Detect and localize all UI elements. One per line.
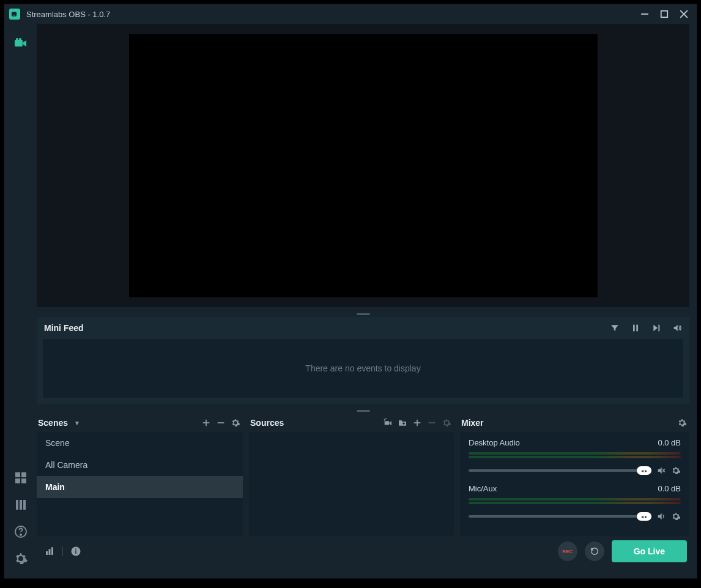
svg-point-1 xyxy=(13,13,13,14)
pause-icon[interactable] xyxy=(631,323,640,333)
sidebar-item-layouts[interactable] xyxy=(13,497,28,512)
preview-canvas[interactable] xyxy=(129,34,598,297)
scenes-title: Scenes xyxy=(38,418,68,428)
svg-rect-20 xyxy=(636,325,638,332)
mixer-channel-name: Mic/Aux xyxy=(469,484,497,493)
channel-settings-button[interactable] xyxy=(671,466,681,475)
svg-rect-34 xyxy=(51,547,53,555)
sidebar-item-editor[interactable] xyxy=(13,36,28,51)
scenes-panel: Scenes ▼ SceneAll CameraMain xyxy=(37,414,243,536)
drag-handle-2[interactable] xyxy=(37,408,689,414)
scene-item[interactable]: All Camera xyxy=(37,454,243,476)
svg-rect-16 xyxy=(23,500,26,510)
mixer-panel: Mixer Desktop Audio0.0 dB◂ ▸Mic/Aux0.0 d… xyxy=(460,414,689,536)
audio-meter xyxy=(469,498,681,501)
source-settings-button[interactable] xyxy=(442,418,451,428)
go-live-button[interactable]: Go Live xyxy=(612,540,687,562)
scene-item[interactable]: Scene xyxy=(37,432,243,454)
svg-rect-15 xyxy=(20,500,22,510)
close-button[interactable] xyxy=(680,10,688,18)
svg-rect-14 xyxy=(16,500,18,510)
svg-rect-36 xyxy=(75,551,76,554)
mixer-channel: Desktop Audio0.0 dB◂ ▸ xyxy=(460,432,689,478)
add-source-button[interactable] xyxy=(412,418,422,428)
svg-point-2 xyxy=(14,13,15,14)
minimize-button[interactable] xyxy=(640,10,649,18)
audio-meter xyxy=(469,456,681,458)
titlebar[interactable]: Streamlabs OBS - 1.0.7 xyxy=(4,4,697,24)
mute-button[interactable] xyxy=(656,512,666,521)
svg-rect-7 xyxy=(15,40,23,47)
svg-point-37 xyxy=(75,548,76,549)
mini-feed-body: There are no events to display xyxy=(43,339,683,398)
replay-button[interactable] xyxy=(585,541,604,561)
svg-rect-33 xyxy=(49,549,51,555)
svg-rect-32 xyxy=(46,551,48,555)
mixer-list: Desktop Audio0.0 dB◂ ▸Mic/Aux0.0 dB◂ ▸ xyxy=(460,432,689,536)
mixer-channel-name: Desktop Audio xyxy=(469,438,520,447)
mixer-title: Mixer xyxy=(461,418,484,428)
footer-bar: REC Go Live xyxy=(37,536,689,567)
sources-list xyxy=(249,432,454,536)
scenes-list: SceneAll CameraMain xyxy=(37,432,243,536)
sources-title: Sources xyxy=(250,418,284,428)
svg-rect-21 xyxy=(658,325,659,332)
remove-source-button[interactable] xyxy=(427,418,437,428)
preview-area[interactable] xyxy=(37,24,689,307)
sidebar xyxy=(4,24,37,578)
mini-feed-empty-text: There are no events to display xyxy=(305,363,420,373)
record-button[interactable]: REC xyxy=(558,541,577,561)
slider-knob[interactable]: ◂ ▸ xyxy=(637,512,651,521)
svg-rect-13 xyxy=(21,478,26,483)
svg-rect-19 xyxy=(633,325,635,332)
mixer-channel-db: 0.0 dB xyxy=(658,484,681,493)
sidebar-item-settings[interactable] xyxy=(13,551,28,566)
add-folder-button[interactable] xyxy=(398,418,407,428)
add-scene-button[interactable] xyxy=(201,418,211,428)
footer-divider xyxy=(62,546,63,556)
mini-feed-title: Mini Feed xyxy=(44,323,610,333)
svg-rect-11 xyxy=(21,472,26,477)
main-area: Mini Feed There are no events to display xyxy=(37,24,697,578)
mute-button[interactable] xyxy=(656,466,666,475)
channel-settings-button[interactable] xyxy=(671,512,681,521)
sidebar-item-help[interactable] xyxy=(13,524,28,539)
drag-handle[interactable] xyxy=(37,311,689,317)
mini-feed-panel: Mini Feed There are no events to display xyxy=(37,317,689,404)
filter-icon[interactable] xyxy=(610,323,620,333)
skip-icon[interactable] xyxy=(651,323,661,333)
scene-item[interactable]: Main xyxy=(37,476,243,498)
volume-slider[interactable]: ◂ ▸ xyxy=(469,469,651,472)
scene-settings-button[interactable] xyxy=(231,418,240,428)
audio-meter xyxy=(469,452,681,455)
stats-icon[interactable] xyxy=(44,546,55,557)
window-controls xyxy=(640,10,692,18)
mixer-channel-db: 0.0 dB xyxy=(658,438,681,447)
svg-rect-4 xyxy=(661,11,668,18)
window-title: Streamlabs OBS - 1.0.7 xyxy=(26,10,640,19)
add-camera-source-button[interactable] xyxy=(383,418,393,428)
svg-point-18 xyxy=(20,534,21,535)
volume-icon[interactable] xyxy=(672,323,682,333)
app-logo-icon xyxy=(9,9,20,20)
sources-panel: Sources xyxy=(249,414,454,536)
info-icon[interactable] xyxy=(70,546,81,557)
record-label: REC xyxy=(562,549,573,554)
remove-scene-button[interactable] xyxy=(216,418,226,428)
mixer-channel: Mic/Aux0.0 dB◂ ▸ xyxy=(460,478,689,524)
chevron-down-icon[interactable]: ▼ xyxy=(74,420,80,426)
svg-point-9 xyxy=(19,38,21,40)
app-window: Streamlabs OBS - 1.0.7 xyxy=(4,4,697,579)
audio-meter xyxy=(469,502,681,504)
slider-knob[interactable]: ◂ ▸ xyxy=(637,466,651,475)
volume-slider[interactable]: ◂ ▸ xyxy=(469,515,651,518)
maximize-button[interactable] xyxy=(660,10,669,18)
svg-rect-12 xyxy=(15,478,20,483)
svg-point-8 xyxy=(16,38,18,40)
svg-rect-10 xyxy=(15,472,20,477)
mixer-settings-button[interactable] xyxy=(677,418,687,428)
sidebar-item-dashboard[interactable] xyxy=(13,471,28,485)
